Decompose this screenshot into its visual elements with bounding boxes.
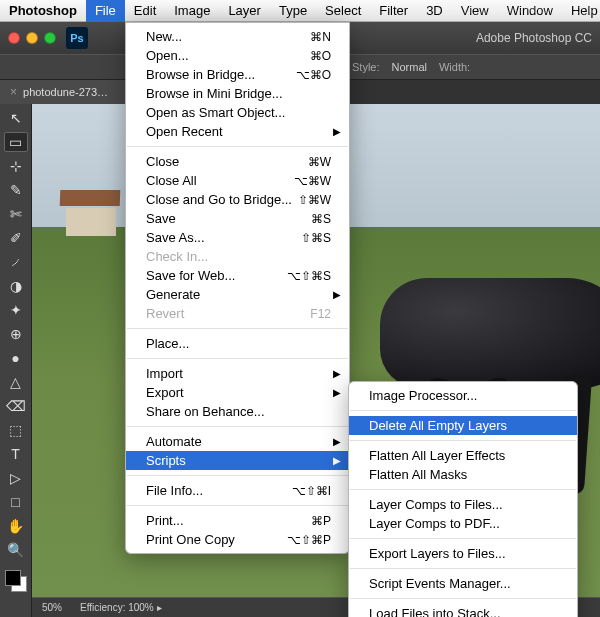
menu-item-label: Delete All Empty Layers	[369, 418, 507, 433]
menu-select[interactable]: Select	[316, 0, 370, 22]
menu-layer[interactable]: Layer	[219, 0, 270, 22]
menu-item-label: Open Recent	[146, 124, 223, 139]
file-menu-item-close-and-go-to-bridge[interactable]: Close and Go to Bridge...⇧⌘W	[126, 190, 349, 209]
menu-item-label: Export	[146, 385, 184, 400]
file-menu-item-open[interactable]: Open...⌘O	[126, 46, 349, 65]
menu-item-label: Flatten All Layer Effects	[369, 448, 505, 463]
file-menu-item-place[interactable]: Place...	[126, 334, 349, 353]
menu-item-label: Browse in Mini Bridge...	[146, 86, 283, 101]
menu-item-label: Import	[146, 366, 183, 381]
menu-item-label: Check In...	[146, 249, 208, 264]
menu-item-label: Save As...	[146, 230, 205, 245]
menu-file[interactable]: File	[86, 0, 125, 22]
tool-18[interactable]: 🔍	[4, 540, 28, 560]
file-menu-item-open-as-smart-object[interactable]: Open as Smart Object...	[126, 103, 349, 122]
shortcut: ⌘W	[308, 155, 331, 169]
submenu-arrow-icon: ▶	[333, 387, 341, 398]
window-zoom-button[interactable]	[44, 32, 56, 44]
file-menu-item-share-on-behance[interactable]: Share on Behance...	[126, 402, 349, 421]
menu-item-label: Open as Smart Object...	[146, 105, 285, 120]
tool-13[interactable]: ⬚	[4, 420, 28, 440]
file-menu-item-new[interactable]: New...⌘N	[126, 27, 349, 46]
file-menu-item-export[interactable]: Export▶	[126, 383, 349, 402]
submenu-arrow-icon: ▶	[333, 436, 341, 447]
menu-edit[interactable]: Edit	[125, 0, 165, 22]
tool-17[interactable]: ✋	[4, 516, 28, 536]
file-menu-item-file-info[interactable]: File Info...⌥⇧⌘I	[126, 481, 349, 500]
app-menu[interactable]: Photoshop	[0, 0, 86, 22]
file-menu-item-generate[interactable]: Generate▶	[126, 285, 349, 304]
file-menu-item-print-one-copy[interactable]: Print One Copy⌥⇧⌘P	[126, 530, 349, 549]
tool-9[interactable]: ⊕	[4, 324, 28, 344]
menu-item-label: New...	[146, 29, 182, 44]
tool-2[interactable]: ⊹	[4, 156, 28, 176]
chevron-right-icon[interactable]: ▸	[157, 602, 162, 613]
menu-type[interactable]: Type	[270, 0, 316, 22]
window-minimize-button[interactable]	[26, 32, 38, 44]
tools-panel: ↖▭⊹✎✄✐⟋◑✦⊕●△⌫⬚T▷□✋🔍	[0, 104, 32, 617]
menu-item-label: Print...	[146, 513, 184, 528]
tool-5[interactable]: ✐	[4, 228, 28, 248]
menu-item-label: Layer Comps to PDF...	[369, 516, 500, 531]
tool-14[interactable]: T	[4, 444, 28, 464]
scripts-menu-item-export-layers-to-files[interactable]: Export Layers to Files...	[349, 544, 577, 563]
tool-4[interactable]: ✄	[4, 204, 28, 224]
tool-0[interactable]: ↖	[4, 108, 28, 128]
menu-item-label: Automate	[146, 434, 202, 449]
file-menu-item-automate[interactable]: Automate▶	[126, 432, 349, 451]
scripts-menu-item-delete-all-empty-layers[interactable]: Delete All Empty Layers	[349, 416, 577, 435]
zoom-level[interactable]: 50%	[42, 602, 62, 613]
menu-image[interactable]: Image	[165, 0, 219, 22]
efficiency-value: 100%	[128, 602, 154, 613]
tool-7[interactable]: ◑	[4, 276, 28, 296]
scripts-menu-item-script-events-manager[interactable]: Script Events Manager...	[349, 574, 577, 593]
menu-item-label: Save for Web...	[146, 268, 235, 283]
scripts-menu-item-load-files-into-stack[interactable]: Load Files into Stack...	[349, 604, 577, 617]
file-menu-item-scripts[interactable]: Scripts▶	[126, 451, 349, 470]
tool-8[interactable]: ✦	[4, 300, 28, 320]
file-menu-item-close-all[interactable]: Close All⌥⌘W	[126, 171, 349, 190]
file-menu-item-import[interactable]: Import▶	[126, 364, 349, 383]
color-swatches[interactable]	[5, 570, 27, 592]
file-menu-item-save-as[interactable]: Save As...⇧⌘S	[126, 228, 349, 247]
scripts-menu-item-flatten-all-layer-effects[interactable]: Flatten All Layer Effects	[349, 446, 577, 465]
tool-6[interactable]: ⟋	[4, 252, 28, 272]
menu-item-label: Image Processor...	[369, 388, 477, 403]
scripts-menu-item-layer-comps-to-pdf[interactable]: Layer Comps to PDF...	[349, 514, 577, 533]
window-close-button[interactable]	[8, 32, 20, 44]
window-controls	[0, 32, 56, 44]
shortcut: ⌥⌘O	[296, 68, 331, 82]
file-menu-item-save-for-web[interactable]: Save for Web...⌥⇧⌘S	[126, 266, 349, 285]
tool-1[interactable]: ▭	[4, 132, 28, 152]
shortcut: ⌥⇧⌘I	[292, 484, 331, 498]
tool-15[interactable]: ▷	[4, 468, 28, 488]
close-tab-icon[interactable]: ×	[10, 85, 17, 99]
file-menu-item-close[interactable]: Close⌘W	[126, 152, 349, 171]
scripts-menu-item-image-processor[interactable]: Image Processor...	[349, 386, 577, 405]
file-menu-dropdown: New...⌘NOpen...⌘OBrowse in Bridge...⌥⌘OB…	[125, 22, 350, 554]
style-dropdown[interactable]: Normal	[392, 61, 427, 73]
menu-item-label: Close All	[146, 173, 197, 188]
shortcut: ⇧⌘W	[298, 193, 331, 207]
menu-item-label: Open...	[146, 48, 189, 63]
file-menu-item-print[interactable]: Print...⌘P	[126, 511, 349, 530]
scripts-menu-item-layer-comps-to-files[interactable]: Layer Comps to Files...	[349, 495, 577, 514]
tool-16[interactable]: □	[4, 492, 28, 512]
file-menu-item-open-recent[interactable]: Open Recent▶	[126, 122, 349, 141]
file-menu-item-save[interactable]: Save⌘S	[126, 209, 349, 228]
file-menu-item-browse-in-bridge[interactable]: Browse in Bridge...⌥⌘O	[126, 65, 349, 84]
scripts-menu-item-flatten-all-masks[interactable]: Flatten All Masks	[349, 465, 577, 484]
menu-filter[interactable]: Filter	[370, 0, 417, 22]
tool-11[interactable]: △	[4, 372, 28, 392]
menu-item-label: Browse in Bridge...	[146, 67, 255, 82]
tool-3[interactable]: ✎	[4, 180, 28, 200]
app-icon: Ps	[66, 27, 88, 49]
tool-10[interactable]: ●	[4, 348, 28, 368]
submenu-arrow-icon: ▶	[333, 126, 341, 137]
shortcut: ⌥⇧⌘S	[287, 269, 331, 283]
menu-item-label: Close	[146, 154, 179, 169]
menu-item-label: Close and Go to Bridge...	[146, 192, 292, 207]
shortcut: ⌘P	[311, 514, 331, 528]
file-menu-item-browse-in-mini-bridge[interactable]: Browse in Mini Bridge...	[126, 84, 349, 103]
tool-12[interactable]: ⌫	[4, 396, 28, 416]
